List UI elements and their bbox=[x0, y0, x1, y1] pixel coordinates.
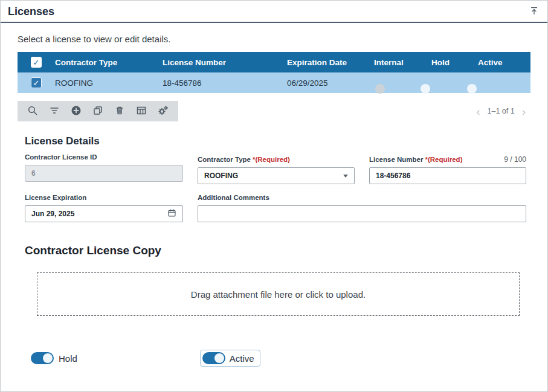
select-all-checkbox[interactable] bbox=[31, 57, 42, 68]
table-view-button[interactable] bbox=[132, 103, 150, 120]
instruction-text: Select a license to view or edit details… bbox=[18, 34, 530, 44]
licenses-table: Contractor Type License Number Expiratio… bbox=[18, 52, 530, 93]
scroll-to-top-button[interactable] bbox=[528, 5, 540, 19]
arrow-up-to-line-icon bbox=[529, 6, 539, 18]
delete-button[interactable] bbox=[111, 103, 129, 120]
column-header-internal: Internal bbox=[374, 58, 431, 67]
column-header-license-number: License Number bbox=[163, 58, 287, 67]
license-expiration-input[interactable]: Jun 29, 2025 bbox=[25, 205, 183, 222]
panel-header: Licenses bbox=[1, 1, 547, 23]
cell-license-number: 18-456786 bbox=[163, 79, 287, 88]
license-details-heading: License Details bbox=[25, 135, 525, 147]
contractor-license-copy-heading: Contractor License Copy bbox=[18, 244, 530, 257]
contractor-type-required: *(Required) bbox=[253, 156, 290, 163]
license-expiration-label: License Expiration bbox=[25, 194, 86, 201]
dropzone-text: Drag attachment file here or click to up… bbox=[191, 289, 366, 300]
column-header-active: Active bbox=[478, 58, 530, 67]
cell-expiration-date: 06/29/2025 bbox=[287, 79, 374, 88]
table-header-row: Contractor Type License Number Expiratio… bbox=[18, 52, 530, 72]
contractor-license-id-field: Contractor License ID bbox=[25, 153, 183, 184]
license-number-field: License Number*(Required) 9 / 100 bbox=[369, 153, 526, 184]
copy-button[interactable] bbox=[89, 103, 107, 120]
contractor-type-label: Contractor Type bbox=[198, 156, 251, 163]
search-button[interactable] bbox=[24, 103, 42, 120]
hold-toggle-label: Hold bbox=[59, 353, 77, 364]
add-circle-icon bbox=[71, 105, 82, 118]
contractor-type-field: Contractor Type*(Required) ROOFING bbox=[198, 153, 355, 184]
column-header-expiration-date: Expiration Date bbox=[287, 58, 374, 67]
license-number-label: License Number bbox=[369, 156, 423, 163]
search-icon bbox=[27, 105, 38, 118]
additional-comments-field: Additional Comments bbox=[198, 194, 526, 222]
cell-contractor-type: ROOFING bbox=[55, 79, 163, 88]
table-grid-icon bbox=[136, 105, 147, 118]
trash-icon bbox=[114, 105, 125, 118]
license-expiration-field: License Expiration Jun 29, 2025 bbox=[25, 194, 183, 222]
license-number-input[interactable] bbox=[369, 167, 526, 184]
column-header-hold: Hold bbox=[431, 58, 478, 67]
copy-icon bbox=[92, 105, 103, 118]
active-toggle-label: Active bbox=[230, 353, 254, 364]
add-button[interactable] bbox=[67, 103, 85, 120]
row-checkbox[interactable] bbox=[31, 77, 42, 88]
contractor-license-id-label: Contractor License ID bbox=[25, 153, 97, 161]
contractor-type-select[interactable]: ROOFING bbox=[198, 167, 355, 184]
page-next-button[interactable]: › bbox=[521, 106, 527, 117]
page-title: Licenses bbox=[8, 5, 54, 18]
hold-toggle[interactable] bbox=[31, 352, 54, 364]
license-expiration-value: Jun 29, 2025 bbox=[31, 210, 74, 218]
column-header-contractor-type: Contractor Type bbox=[55, 58, 163, 67]
licenses-panel: Licenses Select a license to view or edi… bbox=[0, 0, 548, 392]
pagination: ‹ 1–1 of 1 › bbox=[475, 106, 530, 117]
page-prev-button[interactable]: ‹ bbox=[475, 106, 481, 117]
contractor-license-id-input bbox=[25, 165, 183, 182]
table-row[interactable]: ROOFING 18-456786 06/29/2025 bbox=[18, 72, 530, 93]
settings-button[interactable] bbox=[154, 103, 172, 120]
attachment-dropzone[interactable]: Drag attachment file here or click to up… bbox=[37, 272, 520, 316]
active-toggle-group: Active bbox=[200, 350, 260, 367]
filter-button[interactable] bbox=[45, 103, 63, 120]
character-counter: 9 / 100 bbox=[504, 155, 526, 164]
contractor-type-value: ROOFING bbox=[204, 172, 238, 180]
license-number-required: *(Required) bbox=[425, 156, 462, 163]
hold-toggle-group: Hold bbox=[31, 352, 77, 364]
additional-comments-label: Additional Comments bbox=[198, 194, 269, 201]
calendar-icon bbox=[167, 208, 176, 219]
table-toolbar bbox=[18, 101, 178, 121]
additional-comments-input[interactable] bbox=[198, 205, 526, 222]
page-range-label: 1–1 of 1 bbox=[487, 107, 514, 115]
active-toggle[interactable] bbox=[202, 352, 225, 364]
chevron-down-icon bbox=[343, 175, 348, 178]
filter-icon bbox=[49, 105, 60, 118]
gear-icon bbox=[158, 105, 169, 118]
